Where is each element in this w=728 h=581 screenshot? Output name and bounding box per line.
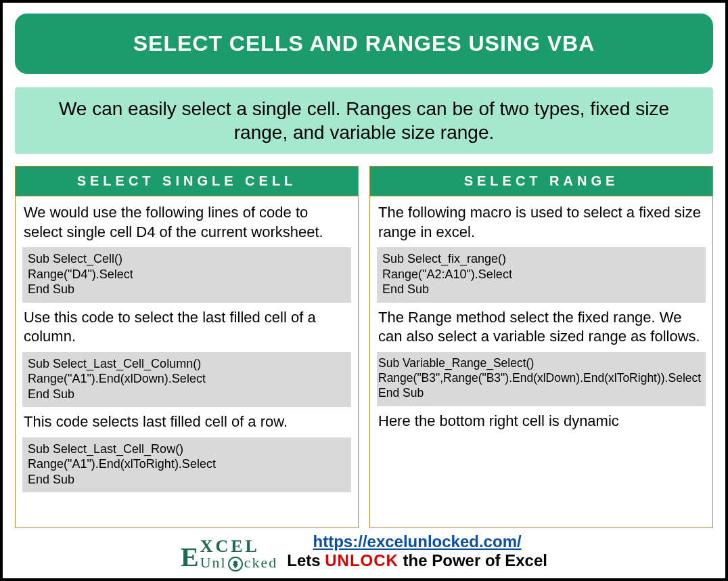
single-cell-last-row-text: This code selects last filled cell of a … xyxy=(22,412,351,432)
column-select-single-cell: SELECT SINGLE CELL We would use the foll… xyxy=(15,166,359,528)
range-fixed-intro: The following macro is used to select a … xyxy=(377,203,706,242)
column-header-range: SELECT RANGE xyxy=(370,167,712,196)
range-variable-intro: The Range method select the fixed range.… xyxy=(377,308,706,347)
page-title: SELECT CELLS AND RANGES USING VBA xyxy=(15,14,713,74)
tagline-unlock: UNLOCK xyxy=(325,551,399,569)
single-cell-last-column-text: Use this code to select the last filled … xyxy=(22,308,351,347)
column-body-single-cell: We would use the following lines of code… xyxy=(16,196,358,498)
logo-bottom-text: Unl cked xyxy=(200,555,278,570)
logo-top-text: XCEL xyxy=(200,538,260,555)
code-last-cell-column: Sub Select_Last_Cell_Column() Range("A1"… xyxy=(22,352,351,408)
columns-container: SELECT SINGLE CELL We would use the foll… xyxy=(15,166,713,528)
column-header-single-cell: SELECT SINGLE CELL xyxy=(16,167,358,196)
tagline-pre: Lets xyxy=(287,551,325,569)
footer: E XCEL Unl cked https://excelunlocked.co… xyxy=(15,532,713,572)
footer-url-link[interactable]: https://excelunlocked.com/ xyxy=(313,532,522,551)
range-dynamic-note: Here the bottom right cell is dynamic xyxy=(377,412,706,431)
tagline-post: the Power of Excel xyxy=(399,551,547,569)
logo-letter-e: E xyxy=(181,544,200,570)
code-variable-range: Sub Variable_Range_Select() Range("B3",R… xyxy=(377,352,706,406)
keyhole-icon xyxy=(228,557,243,572)
column-body-range: The following macro is used to select a … xyxy=(370,196,712,436)
logo-bottom-post: cked xyxy=(244,556,278,570)
single-cell-intro: We would use the following lines of code… xyxy=(22,203,351,242)
code-select-cell: Sub Select_Cell() Range("D4").Select End… xyxy=(22,247,351,303)
footer-text: https://excelunlocked.com/ Lets UNLOCK t… xyxy=(287,532,547,570)
page-subtitle: We can easily select a single cell. Rang… xyxy=(15,87,713,154)
footer-tagline: Lets UNLOCK the Power of Excel xyxy=(287,551,547,570)
excel-unlocked-logo: E XCEL Unl cked xyxy=(181,538,277,570)
code-fixed-range: Sub Select_fix_range() Range("A2:A10").S… xyxy=(377,247,706,303)
column-select-range: SELECT RANGE The following macro is used… xyxy=(369,166,713,528)
code-last-cell-row: Sub Select_Last_Cell_Row() Range("A1").E… xyxy=(22,437,351,493)
logo-bottom-pre: Unl xyxy=(200,556,227,570)
